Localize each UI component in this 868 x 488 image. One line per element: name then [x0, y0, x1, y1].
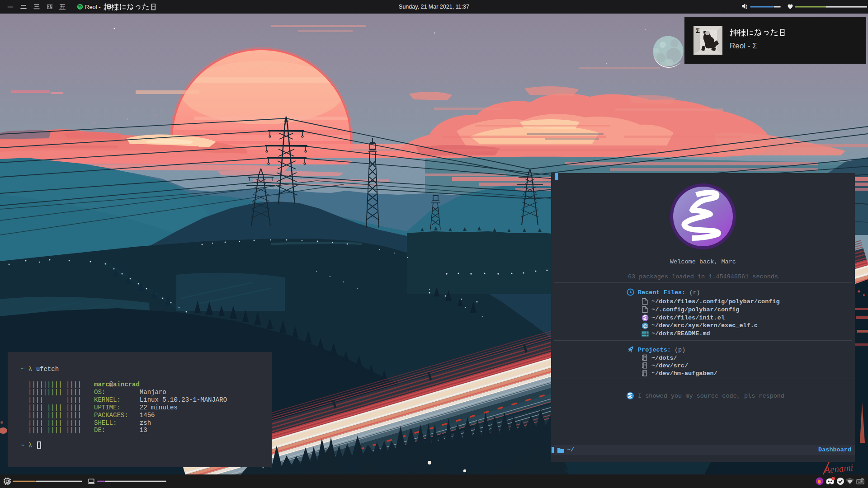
svg-text:Σ: Σ — [696, 27, 700, 34]
svg-text:C: C — [643, 324, 647, 329]
